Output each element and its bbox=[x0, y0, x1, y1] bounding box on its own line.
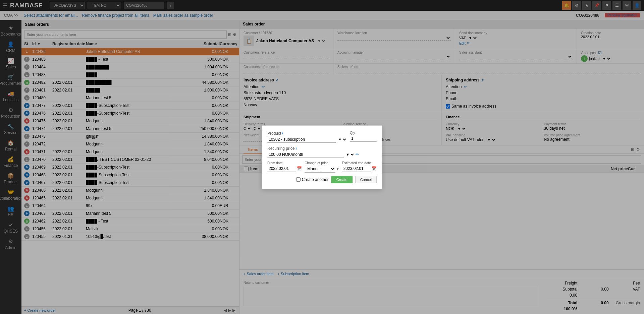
estimated-end-date-field: Estimated end date 📅 bbox=[342, 161, 377, 173]
change-of-price-label: Change of price bbox=[305, 161, 339, 165]
product-info-icon: ℹ bbox=[282, 131, 283, 135]
add-subscription-modal: Product ℹ ▼ Qty Recurring price ℹ bbox=[262, 125, 382, 189]
from-date-field: From date 📅 bbox=[267, 161, 302, 173]
create-another-checkbox[interactable] bbox=[296, 177, 301, 182]
recurring-price-input[interactable] bbox=[267, 151, 344, 158]
recurring-price-edit-icon[interactable]: ✏ bbox=[356, 152, 359, 157]
modal-cancel-btn[interactable]: Cancel bbox=[355, 176, 377, 183]
recurring-price-label: Recurring price ℹ bbox=[267, 146, 377, 151]
change-of-price-field: Change of price Manual ▼ bbox=[305, 161, 339, 173]
modal-dates-row: From date 📅 Change of price Manual ▼ Est… bbox=[267, 161, 377, 173]
estimated-end-date-label: Estimated end date bbox=[342, 161, 377, 165]
qty-label: Qty bbox=[350, 131, 377, 135]
create-another-label: Create another bbox=[302, 177, 329, 182]
create-another-checkbox-label[interactable]: Create another bbox=[296, 177, 329, 182]
recurring-price-dropdown[interactable]: ▼ bbox=[344, 152, 355, 157]
qty-input[interactable] bbox=[350, 135, 377, 142]
recurring-price-info-icon: ℹ bbox=[296, 146, 297, 150]
qty-field: Qty bbox=[350, 131, 377, 143]
from-date-label: From date bbox=[267, 161, 302, 165]
from-date-calendar-icon[interactable]: 📅 bbox=[297, 166, 302, 171]
change-of-price-select[interactable]: Manual bbox=[305, 166, 335, 173]
modal-product-row: Product ℹ ▼ Qty bbox=[267, 131, 377, 143]
from-date-input[interactable] bbox=[267, 166, 296, 172]
modal-footer: Create another Create Cancel bbox=[267, 176, 377, 183]
product-label: Product ℹ bbox=[267, 131, 347, 136]
change-price-dropdown-icon: ▼ bbox=[336, 167, 339, 171]
product-dropdown[interactable]: ▼ bbox=[337, 137, 347, 142]
estimated-end-date-calendar-icon[interactable]: 📅 bbox=[372, 166, 377, 171]
recurring-price-row: Recurring price ℹ ▼ ✏ bbox=[267, 146, 377, 158]
product-input[interactable] bbox=[267, 136, 336, 143]
modal-create-btn[interactable]: Create bbox=[331, 176, 353, 183]
estimated-end-date-input[interactable] bbox=[342, 166, 371, 172]
modal-overlay: Product ℹ ▼ Qty Recurring price ℹ bbox=[0, 0, 644, 314]
product-field: Product ℹ ▼ bbox=[267, 131, 347, 143]
